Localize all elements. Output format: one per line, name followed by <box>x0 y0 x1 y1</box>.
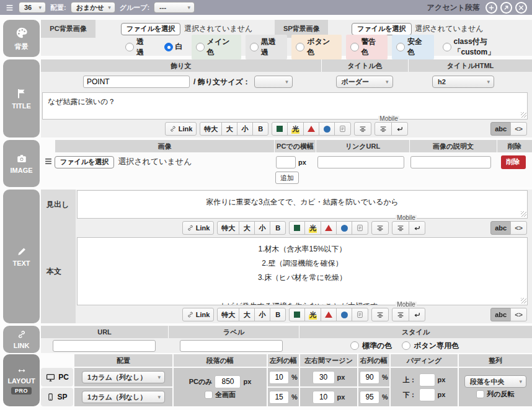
para-width-input[interactable] <box>215 375 241 388</box>
triangle-color-button[interactable] <box>303 122 319 136</box>
radio-kuro-toka[interactable] <box>250 43 259 51</box>
pc-right-width-input[interactable] <box>360 371 379 384</box>
circle-icon <box>341 312 348 318</box>
drag-handle-icon[interactable] <box>43 157 53 165</box>
radio-main-color[interactable] <box>196 43 205 51</box>
sp-left-width-input[interactable] <box>269 391 289 404</box>
font-xl-button[interactable]: 特大 <box>200 122 222 136</box>
padding-bottom-input[interactable] <box>419 388 435 401</box>
font-small-button[interactable]: 小 <box>237 122 253 136</box>
image-caption-input[interactable] <box>410 156 491 168</box>
code-mode-button[interactable]: <> <box>510 122 527 136</box>
radio-shiro[interactable] <box>164 43 173 51</box>
move-button[interactable] <box>500 2 512 14</box>
radio-toka[interactable] <box>125 43 134 51</box>
delete-block-button[interactable] <box>515 2 527 14</box>
link-button[interactable]: Link <box>182 308 215 321</box>
label-header: ラベル <box>169 326 299 338</box>
align-center-button[interactable] <box>371 308 389 321</box>
font-large-button[interactable]: 大 <box>239 221 255 235</box>
bold-button[interactable]: B <box>270 308 286 321</box>
reverse-columns-checkbox[interactable] <box>476 390 484 398</box>
font-small-button[interactable]: 小 <box>254 308 270 321</box>
code-mode-button[interactable]: <> <box>510 308 527 321</box>
pc-left-width-input[interactable] <box>269 371 289 384</box>
add-button[interactable] <box>485 2 497 14</box>
font-small-button[interactable]: 小 <box>254 221 270 235</box>
textbox-button[interactable] <box>334 122 351 136</box>
code-mode-button[interactable]: <> <box>510 221 527 235</box>
radio-button-only-color[interactable] <box>402 341 410 350</box>
title-html-select[interactable]: h2▾ <box>432 76 494 88</box>
abc-mode-button[interactable]: abc <box>490 122 511 136</box>
title-textarea[interactable]: なぜ結露に強いの？ <box>42 92 528 120</box>
sp-right-width-input[interactable] <box>360 391 379 404</box>
font-large-button[interactable]: 大 <box>221 122 237 136</box>
link-label-input[interactable] <box>180 340 283 352</box>
color-square-button[interactable] <box>272 122 288 136</box>
mobile-align-center-button[interactable] <box>392 221 409 235</box>
link-button[interactable]: Link <box>165 122 197 136</box>
abc-mode-button[interactable]: abc <box>490 308 511 321</box>
circle-color-button[interactable] <box>319 122 335 136</box>
kazari-size-select[interactable]: ▾ <box>254 76 293 88</box>
sp-bg-file-button[interactable]: ファイルを選択 <box>352 23 411 35</box>
color-square-button[interactable] <box>289 221 305 235</box>
highlight-button[interactable]: 光 <box>304 221 321 235</box>
triangle-color-button[interactable] <box>321 221 337 235</box>
block-number-select[interactable]: 36▾ <box>19 2 46 13</box>
font-large-button[interactable]: 大 <box>239 308 255 321</box>
radio-anzen-color[interactable] <box>396 43 405 51</box>
highlight-button[interactable]: 光 <box>287 122 304 136</box>
title-color-select[interactable]: ボーダー▾ <box>336 76 393 88</box>
tab-text-label: TEXT <box>12 260 30 267</box>
image-width-input[interactable] <box>276 156 296 168</box>
textbox-button[interactable] <box>352 308 368 321</box>
textbox-button[interactable] <box>352 221 368 235</box>
link-button[interactable]: Link <box>182 221 215 235</box>
align-select[interactable]: 段落を中央▾ <box>464 375 526 388</box>
color-square-button[interactable] <box>289 308 305 321</box>
font-xl-button[interactable]: 特大 <box>217 221 239 235</box>
text-label-column: 見出し 本文 <box>41 190 76 323</box>
radio-keikoku-color[interactable] <box>350 43 359 51</box>
circle-color-button[interactable] <box>336 308 352 321</box>
image-url-input[interactable] <box>317 156 404 168</box>
phone-icon <box>47 392 55 402</box>
font-xl-button[interactable]: 特大 <box>217 308 239 321</box>
highlight-button[interactable]: 光 <box>304 308 321 321</box>
link-url-input[interactable] <box>53 340 156 352</box>
pc-column-select[interactable]: 1カラム（列なし）▾ <box>82 371 165 383</box>
image-file-button[interactable]: ファイルを選択 <box>55 156 114 168</box>
abc-mode-button[interactable]: abc <box>490 221 511 235</box>
bold-button[interactable]: B <box>270 221 286 235</box>
sp-column-select[interactable]: 1カラム（列なし）▾ <box>82 391 165 403</box>
group-select[interactable]: ---▾ <box>154 2 195 13</box>
mobile-align-center-button[interactable] <box>392 308 409 321</box>
radio-custom-class[interactable] <box>443 43 451 51</box>
drag-handle-icon[interactable] <box>5 4 14 12</box>
mobile-linebreak-button[interactable] <box>409 221 425 235</box>
midashi-textarea[interactable]: 家作りに重要な3点全てで、カビ・結露を防いでいるから <box>77 190 528 219</box>
image-delete-button[interactable]: 削除 <box>501 155 526 169</box>
url-header: URL <box>41 326 168 338</box>
sp-margin-input[interactable] <box>313 391 335 404</box>
haichi-select[interactable]: おまかせ▾ <box>71 2 115 13</box>
radio-standard-color[interactable] <box>350 341 359 350</box>
pc-bg-file-button[interactable]: ファイルを選択 <box>121 23 180 35</box>
pc-margin-input[interactable] <box>313 371 335 384</box>
honbun-textarea[interactable]: 1.材木（含水率15%以下） 2.壁（調湿機能を確保） 3.床（ヒバ材を常に乾燥… <box>77 237 528 305</box>
mobile-align-center-button[interactable] <box>375 122 392 136</box>
padding-top-input[interactable] <box>419 373 435 386</box>
mobile-linebreak-button[interactable] <box>409 308 425 321</box>
kazari-input[interactable] <box>83 76 190 88</box>
circle-color-button[interactable] <box>336 221 352 235</box>
align-center-button[interactable] <box>354 122 371 136</box>
fullscreen-checkbox[interactable] <box>205 391 213 399</box>
radio-button-color[interactable] <box>296 43 304 51</box>
bold-button[interactable]: B <box>252 122 268 136</box>
image-add-button[interactable]: 追加 <box>275 172 299 184</box>
mobile-linebreak-button[interactable] <box>391 122 408 136</box>
align-center-button[interactable] <box>371 221 389 235</box>
triangle-color-button[interactable] <box>321 308 337 321</box>
